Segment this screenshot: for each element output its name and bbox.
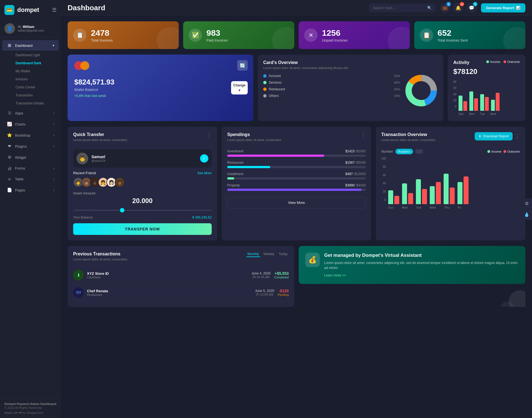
briefcase-button[interactable]: 💼2 bbox=[440, 3, 450, 13]
submenu-dashboard-dark[interactable]: Dashboard Dark bbox=[11, 59, 59, 67]
spending-item-header: Restaurant $1567 /$5000 bbox=[227, 161, 366, 165]
toggle-switch[interactable] bbox=[415, 149, 423, 154]
income-bar bbox=[416, 179, 421, 204]
tx-date-value: June 4, 2020 bbox=[251, 271, 270, 275]
see-more-link[interactable]: See More bbox=[197, 171, 212, 175]
spending-amount-display: $487 /$10000 bbox=[346, 172, 366, 176]
restaurant-label: Restaurant bbox=[269, 87, 285, 91]
table-icon: ≡ bbox=[7, 177, 12, 181]
view-more-button[interactable]: View More bbox=[227, 197, 366, 208]
submenu-dashboard-light[interactable]: Dashboard Light bbox=[11, 51, 59, 59]
label-thu: Thu bbox=[444, 206, 449, 209]
legend: Income Outcome bbox=[487, 150, 520, 153]
tx-date-value: June 5, 2020 bbox=[255, 289, 274, 293]
dots-menu-button[interactable]: ⋮ bbox=[361, 132, 366, 138]
notification-button[interactable]: 🔔12 bbox=[453, 3, 463, 13]
submenu-my-wallet[interactable]: My Wallet bbox=[11, 67, 59, 75]
content-area: 📋 2478 Total Invoices ✅ 983 Paid Invoice… bbox=[61, 16, 532, 418]
wallet-card: $824,571.93 Wallet Balance +0,8% than la… bbox=[68, 55, 253, 121]
label-wed: Wed bbox=[429, 206, 436, 209]
tx-result: +$5,553 Completed bbox=[274, 271, 289, 279]
sidebar-item-charts[interactable]: 📈 Charts › bbox=[2, 119, 59, 129]
analytics-toggle[interactable]: Analytics bbox=[395, 149, 413, 154]
footer-copy: © 2021 All Rights Reserved bbox=[4, 406, 57, 409]
change-button[interactable]: Change ▾ bbox=[231, 81, 248, 94]
toggle-group: Number Analytics Income Outcome bbox=[381, 149, 520, 154]
svg-point-3 bbox=[409, 78, 434, 103]
va-learn-more-link[interactable]: Learn more >> bbox=[324, 273, 346, 277]
right-actions: ⚙ 💧 bbox=[521, 198, 532, 220]
submenu-transaction-details[interactable]: Transaction Details bbox=[11, 99, 59, 107]
tx-time: 07:12:00 AM bbox=[255, 293, 274, 296]
logo-text: dompet bbox=[17, 6, 39, 14]
dots-menu-button[interactable]: ⋮ bbox=[515, 133, 520, 139]
tab-monthly[interactable]: Monthly bbox=[246, 252, 260, 257]
bar-group-mon bbox=[402, 183, 413, 204]
overview-legend: Account 20% Services 40% Restaurant 15% bbox=[263, 74, 400, 107]
sidebar-item-pages[interactable]: 📄 Pages › bbox=[2, 185, 59, 195]
outcome-label: Outcome bbox=[507, 60, 520, 63]
generate-report-button[interactable]: Generate Report 📊 bbox=[481, 3, 525, 12]
sidebar-item-bootstrap[interactable]: ⭐ Bootstrap › bbox=[2, 130, 59, 140]
label-sun: Sun bbox=[459, 112, 464, 116]
your-balance-label: Your Balance bbox=[73, 216, 93, 219]
dots-menu-button[interactable]: ⋮ bbox=[207, 132, 212, 138]
header-left: Previous Transactions Lorem ipsum dolor … bbox=[73, 252, 127, 265]
water-action-button[interactable]: 💧 bbox=[521, 209, 532, 220]
bottom-row: Quick Transfer Lorem ipsum dolor sit ame… bbox=[68, 127, 525, 240]
refresh-button[interactable]: 🔄 bbox=[237, 60, 248, 71]
spending-item-header: Property $3890 /$4000 bbox=[227, 183, 366, 187]
sidebar-item-plugins[interactable]: ❤ Plugins › bbox=[2, 141, 59, 152]
chevron-right-icon: › bbox=[53, 111, 54, 115]
outcome-bar bbox=[464, 176, 469, 204]
sidebar-item-label: Forms bbox=[15, 166, 25, 170]
spendings-desc: Lorem ipsum dolor sit amet, consectetur bbox=[227, 138, 282, 142]
spending-items: Investment $1415 /$2000 Restaurant bbox=[227, 149, 366, 191]
submenu-cards-center[interactable]: Cards Center bbox=[11, 83, 59, 91]
number-tab[interactable]: Number bbox=[381, 150, 393, 153]
tab-today[interactable]: Today bbox=[278, 252, 289, 257]
income-bar bbox=[402, 183, 407, 204]
hamburger-icon[interactable]: ☰ bbox=[52, 7, 57, 13]
download-report-button[interactable]: ⬇ Download Report bbox=[475, 132, 513, 140]
sidebar-item-apps[interactable]: ① Apps › bbox=[2, 108, 59, 118]
avatar: 👤 bbox=[4, 23, 15, 34]
tx-time: 05:34:45 AM bbox=[251, 275, 270, 279]
total-invoices-number: 2478 bbox=[91, 28, 113, 38]
sidebar-item-table[interactable]: ≡ Table › bbox=[2, 174, 59, 184]
sidebar-item-forms[interactable]: 🖨 Forms › bbox=[2, 163, 59, 173]
big-bar-chart bbox=[388, 160, 520, 204]
y-axis: 806040200 bbox=[453, 80, 456, 108]
apps-icon: ① bbox=[7, 111, 12, 116]
settings-action-button[interactable]: ⚙ bbox=[521, 198, 532, 209]
stat-card-total-invoices: 📋 2478 Total Invoices bbox=[68, 21, 179, 49]
sidebar-item-dashboard[interactable]: ⊞ Dashboard ▾ bbox=[2, 40, 59, 51]
sidebar-item-widget[interactable]: ⚙ Widget bbox=[2, 152, 59, 163]
quick-transfer-title: Quick Transfer bbox=[73, 132, 127, 137]
outcome-label: Outcome bbox=[507, 150, 520, 153]
friend-avatar[interactable]: 👩🏾 bbox=[115, 177, 125, 187]
big-chart-container: 100806040200 bbox=[381, 157, 520, 209]
submenu-transaction[interactable]: Transaction bbox=[11, 91, 59, 99]
label-tue: Tue bbox=[416, 206, 421, 209]
message-badge: 5 bbox=[473, 2, 477, 6]
spending-amount: $1415 bbox=[346, 149, 355, 153]
recent-friends-header: Recent Friend See More bbox=[73, 171, 212, 175]
submenu-invoices[interactable]: Invoices bbox=[11, 75, 59, 83]
generate-report-label: Generate Report bbox=[486, 6, 514, 10]
dashboard-submenu: Dashboard Light Dashboard Dark My Wallet… bbox=[0, 51, 61, 107]
amount-slider[interactable] bbox=[73, 210, 212, 211]
tab-weekly[interactable]: Weekly bbox=[262, 252, 275, 257]
message-button[interactable]: 💬5 bbox=[467, 3, 477, 13]
transfer-now-button[interactable]: TRANSFER NOW bbox=[73, 223, 212, 235]
search-input[interactable] bbox=[373, 6, 425, 10]
others-dot bbox=[263, 94, 267, 98]
notification-badge: 12 bbox=[460, 2, 464, 6]
restaurant-dot bbox=[263, 88, 267, 91]
bar-group-wed bbox=[430, 182, 441, 204]
spendings-title: Spendings bbox=[227, 132, 282, 137]
spendings-section: Spendings Lorem ipsum dolor sit amet, co… bbox=[222, 127, 371, 240]
activity-amount: $78120 bbox=[453, 67, 520, 76]
stat-card-total-sent: 📋 652 Total Invoices Sent bbox=[414, 21, 525, 49]
stat-card-info: 2478 Total Invoices bbox=[91, 28, 113, 42]
